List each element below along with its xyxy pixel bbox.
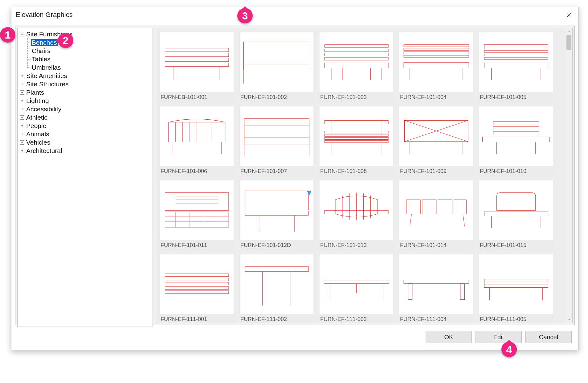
thumbnail-card[interactable]: FURN-EF-101-015 bbox=[478, 179, 554, 251]
expand-icon[interactable]: + bbox=[20, 107, 24, 111]
svg-rect-61 bbox=[493, 126, 539, 130]
svg-rect-45 bbox=[244, 138, 309, 145]
thumbnail-preview bbox=[160, 32, 234, 92]
thumbnail-card[interactable]: FURN-EF-101-004 bbox=[398, 31, 474, 103]
thumbnail-card[interactable]: FURN-EF-101-003 bbox=[318, 31, 394, 103]
thumbnail-preview bbox=[479, 32, 553, 92]
tree-node-architectural[interactable]: +Architectural bbox=[20, 146, 150, 155]
expand-icon[interactable]: + bbox=[20, 140, 24, 145]
thumbnail-card[interactable]: FURN-EB-101-001 bbox=[159, 31, 235, 103]
expand-icon[interactable]: + bbox=[20, 99, 24, 103]
thumbnail-card[interactable]: FURN-EF-111-001 bbox=[159, 253, 235, 323]
thumbnail-preview bbox=[479, 106, 553, 166]
svg-rect-21 bbox=[404, 52, 469, 54]
ok-button[interactable]: OK bbox=[426, 331, 472, 343]
bench-icon bbox=[321, 108, 392, 165]
scrollbar-track[interactable] bbox=[566, 35, 572, 316]
expand-icon[interactable]: + bbox=[20, 124, 24, 128]
close-button[interactable] bbox=[563, 9, 575, 21]
thumbnail-caption: FURN-EF-101-008 bbox=[318, 167, 394, 177]
svg-rect-26 bbox=[484, 45, 548, 49]
thumbnail-card[interactable]: FURN-EF-101-011 bbox=[159, 179, 235, 251]
svg-rect-88 bbox=[406, 200, 420, 214]
cancel-button[interactable]: Cancel bbox=[525, 331, 572, 343]
tree-node-tables[interactable]: Tables bbox=[26, 55, 150, 63]
tree-node-site-structures[interactable]: +Site Structures bbox=[20, 80, 150, 88]
svg-rect-29 bbox=[484, 57, 548, 60]
bench-icon bbox=[481, 108, 551, 165]
thumbnail-card[interactable]: FURN-EF-111-003 bbox=[318, 253, 394, 323]
collapse-icon[interactable]: − bbox=[20, 32, 24, 36]
tree-node-accessibility[interactable]: +Accessibility bbox=[20, 105, 150, 113]
thumbnail-preview bbox=[160, 180, 234, 240]
scroll-up-icon[interactable] bbox=[566, 28, 572, 35]
thumbnail-card[interactable]: FURN-EF-101-002 bbox=[239, 31, 315, 103]
bench-icon bbox=[161, 108, 232, 165]
thumbnail-card[interactable]: FURN-EF-111-002 bbox=[239, 253, 315, 323]
bench-icon bbox=[321, 34, 392, 91]
tree-node-label: Plants bbox=[26, 89, 45, 96]
tree-node-vehicles[interactable]: +Vehicles bbox=[20, 138, 150, 146]
svg-rect-90 bbox=[438, 200, 452, 214]
thumbnail-caption: FURN-EF-101-010 bbox=[478, 167, 554, 177]
thumbnail-caption: FURN-EF-101-013 bbox=[318, 241, 394, 251]
expand-icon[interactable]: + bbox=[20, 149, 24, 153]
bench-icon bbox=[241, 182, 312, 239]
thumbnail-card[interactable]: FURN-EF-101-006 bbox=[159, 105, 235, 177]
thumbnail-preview bbox=[320, 254, 393, 314]
thumbnail-card[interactable]: FURN-EF-101-009 bbox=[398, 105, 474, 177]
tree-node-lighting[interactable]: +Lighting bbox=[20, 97, 150, 105]
expand-icon[interactable]: + bbox=[20, 82, 24, 86]
scroll-down-icon[interactable] bbox=[566, 316, 572, 323]
expand-icon[interactable]: + bbox=[20, 132, 24, 136]
svg-rect-48 bbox=[325, 120, 388, 124]
tree-node-site-furnishings[interactable]: − Site Furnishings bbox=[20, 30, 150, 38]
tree-node-plants[interactable]: +Plants bbox=[20, 88, 150, 97]
bench-icon bbox=[481, 182, 551, 239]
svg-rect-94 bbox=[484, 212, 548, 216]
thumbnail-card[interactable]: FURN-EF-111-005 bbox=[478, 253, 554, 323]
svg-rect-6 bbox=[243, 42, 310, 70]
tree-node-people[interactable]: +People bbox=[20, 121, 150, 130]
bench-icon bbox=[401, 182, 472, 239]
thumbnail-card[interactable]: FURN-EF-101-007 bbox=[239, 105, 315, 177]
svg-rect-13 bbox=[325, 57, 388, 60]
bench-icon bbox=[321, 182, 392, 239]
edit-button[interactable]: Edit bbox=[476, 331, 522, 343]
svg-rect-19 bbox=[404, 45, 469, 47]
thumbnail-caption: FURN-EF-101-011 bbox=[159, 241, 235, 251]
tree-node-label: Animals bbox=[26, 130, 50, 138]
tree-node-chairs[interactable]: Chairs bbox=[26, 47, 150, 55]
thumbnail-card[interactable]: FURN-EF-111-004 bbox=[398, 253, 474, 323]
svg-rect-11 bbox=[325, 49, 388, 51]
svg-rect-50 bbox=[325, 134, 388, 136]
tree-node-label: Lighting bbox=[26, 97, 50, 105]
svg-rect-3 bbox=[165, 63, 228, 66]
thumbnail-card[interactable]: FURN-EF-101-012D bbox=[239, 179, 315, 251]
thumbnail-card[interactable]: FURN-EF-101-010 bbox=[478, 105, 554, 177]
thumbnail-card[interactable]: FURN-EF-101-008 bbox=[318, 105, 394, 177]
tree-node-label: Tables bbox=[31, 56, 51, 63]
svg-rect-60 bbox=[493, 121, 539, 125]
tree-node-label: Site Amenities bbox=[26, 72, 68, 80]
tree-node-label: Site Structures bbox=[26, 80, 69, 88]
thumbnail-card[interactable]: FURN-EF-101-014 bbox=[398, 179, 474, 251]
thumbnail-preview bbox=[240, 254, 313, 314]
scrollbar-thumb[interactable] bbox=[566, 35, 571, 50]
thumbnail-card[interactable]: FURN-EF-101-005 bbox=[478, 31, 554, 103]
svg-rect-110 bbox=[408, 284, 412, 300]
thumbnail-card[interactable]: FURN-EF-101-013 bbox=[318, 179, 394, 251]
tree-node-site-amenities[interactable]: +Site Amenities bbox=[20, 72, 150, 80]
tree-node-umbrellas[interactable]: Umbrellas bbox=[26, 63, 150, 72]
expand-icon[interactable]: + bbox=[20, 74, 24, 78]
category-tree: − Site Furnishings Benches Chairs Tables… bbox=[18, 28, 153, 157]
thumbnail-grid-scroll[interactable]: FURN-EB-101-001 FURN-EF-101-002 FURN-EF-… bbox=[156, 28, 565, 323]
tree-node-animals[interactable]: +Animals bbox=[20, 130, 150, 138]
expand-icon[interactable]: + bbox=[20, 90, 24, 95]
svg-rect-52 bbox=[325, 141, 388, 143]
tree-node-benches[interactable]: Benches bbox=[26, 38, 150, 47]
expand-icon[interactable]: + bbox=[20, 115, 24, 120]
vertical-scrollbar[interactable] bbox=[566, 28, 572, 323]
svg-rect-109 bbox=[404, 280, 469, 283]
tree-node-athletic[interactable]: +Athletic bbox=[20, 113, 150, 121]
